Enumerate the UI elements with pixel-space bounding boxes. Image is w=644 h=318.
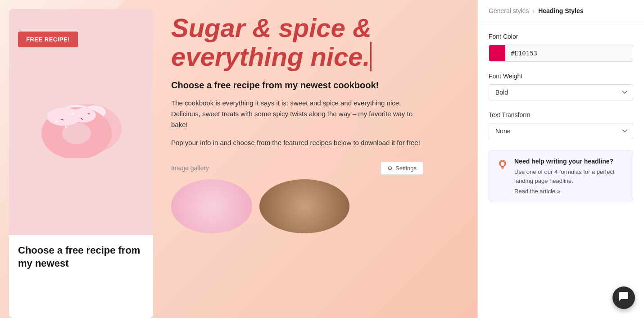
left-card: FREE RECIPE!	[9, 9, 153, 318]
font-color-label: Font Color	[489, 33, 633, 40]
info-card-link[interactable]: Read the article »	[514, 188, 626, 195]
svg-point-11	[71, 108, 96, 123]
settings-label: Settings	[395, 165, 417, 172]
settings-button[interactable]: ⚙ Settings	[381, 162, 423, 175]
gallery-thumbnails	[171, 179, 423, 233]
info-content: Need help writing your headline? Use one…	[514, 158, 626, 195]
card-bottom: Choose a free recipe from my newest	[9, 235, 153, 318]
right-panel: General styles › Heading Styles Font Col…	[477, 0, 644, 318]
color-swatch[interactable]	[489, 45, 505, 61]
font-weight-group: Font Weight Bold Normal Light Extra Bold	[489, 73, 633, 100]
panel-body: Font Color #E10153 Font Weight Bold Norm…	[478, 22, 644, 318]
font-color-group: Font Color #E10153	[489, 33, 633, 62]
breadcrumb-parent[interactable]: General styles	[489, 7, 529, 14]
breadcrumb-separator: ›	[532, 7, 535, 14]
image-gallery-label: Image gallery	[171, 164, 209, 172]
content-body-1: The cookbook is everything it says it is…	[171, 98, 423, 130]
gallery-thumb-brown	[259, 179, 349, 233]
info-card-body: Use one of our 4 formulas for a perfect …	[514, 168, 626, 185]
font-weight-select[interactable]: Bold Normal Light Extra Bold	[489, 84, 633, 100]
lightbulb-icon	[496, 159, 509, 171]
font-weight-label: Font Weight	[489, 73, 633, 80]
card-bottom-title: Choose a free recipe from my newest	[18, 244, 144, 270]
chat-icon	[618, 291, 629, 304]
free-recipe-badge: FREE RECIPE!	[18, 32, 78, 47]
gear-icon: ⚙	[387, 165, 393, 172]
donut-illustration	[36, 86, 126, 158]
content-subtitle: Choose a free recipe from my newest cook…	[171, 80, 459, 91]
gallery-thumb-pink	[171, 179, 252, 233]
image-gallery-bar: Image gallery ⚙ Settings	[171, 162, 423, 175]
color-value: #E10153	[505, 50, 633, 57]
card-top: FREE RECIPE!	[9, 9, 153, 235]
svg-point-9	[62, 123, 91, 144]
hero-title: Sugar & spice & everything nice.	[171, 14, 459, 71]
main-content: Sugar & spice & everything nice. Choose …	[153, 0, 477, 318]
text-transform-label: Text Transform	[489, 111, 633, 118]
preview-area: FREE RECIPE!	[0, 0, 477, 318]
breadcrumb: General styles › Heading Styles	[478, 0, 644, 22]
info-card-title: Need help writing your headline?	[514, 158, 626, 165]
chat-button[interactable]	[612, 286, 635, 309]
text-transform-group: Text Transform None Uppercase Lowercase …	[489, 111, 633, 139]
content-body-2: Pop your info in and choose from the fea…	[171, 137, 423, 148]
breadcrumb-current: Heading Styles	[538, 7, 583, 14]
info-card: Need help writing your headline? Use one…	[489, 150, 633, 202]
text-transform-select[interactable]: None Uppercase Lowercase Capitalize	[489, 123, 633, 139]
color-input-row[interactable]: #E10153	[489, 45, 633, 62]
